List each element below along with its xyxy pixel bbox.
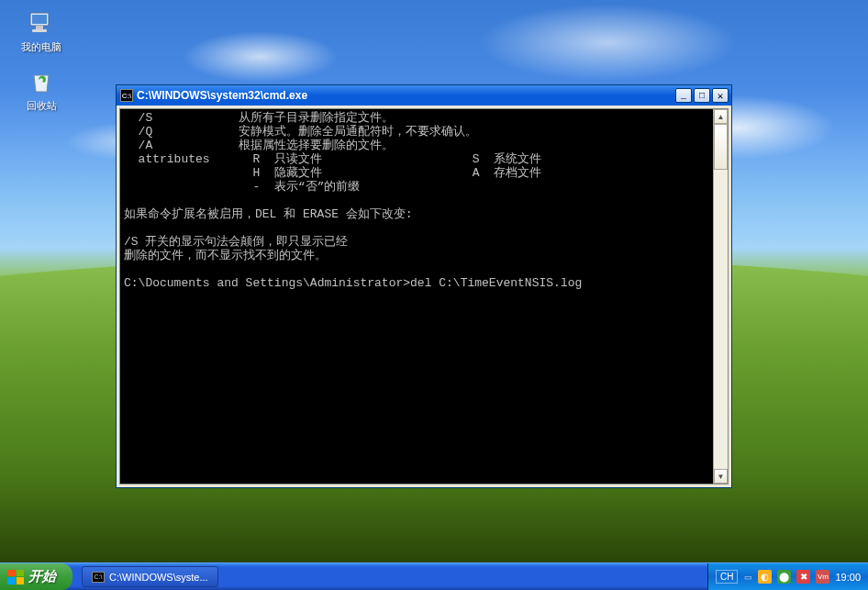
desktop-icon-recycle-bin[interactable]: 回收站 — [9, 66, 73, 113]
start-button[interactable]: 开始 — [0, 563, 72, 590]
clock[interactable]: 19:00 — [835, 572, 861, 583]
taskbar-item-label: C:\WINDOWS\syste... — [109, 572, 208, 583]
scroll-track[interactable] — [714, 124, 728, 469]
svg-rect-2 — [36, 26, 43, 29]
tray-icon[interactable]: ✖ — [796, 570, 810, 584]
window-title: C:\WINDOWS\system32\cmd.exe — [137, 89, 307, 102]
minimize-button[interactable]: _ — [675, 88, 692, 103]
cmd-icon: C:\ — [92, 572, 105, 583]
taskbar: 开始 C:\ C:\WINDOWS\syste... CH ▭ ◐ ⬤ ✖ Vm… — [0, 562, 868, 590]
ime-status-icon[interactable]: ▭ — [743, 570, 752, 584]
taskbar-item-cmd[interactable]: C:\ C:\WINDOWS\syste... — [82, 566, 218, 587]
cmd-output[interactable]: /S 从所有子目录删除指定文件。 /Q 安静模式。删除全局通配符时，不要求确认。… — [120, 109, 713, 484]
svg-rect-3 — [32, 29, 47, 32]
language-indicator[interactable]: CH — [716, 570, 738, 584]
close-button[interactable]: ✕ — [712, 88, 729, 103]
desktop-icon-my-computer[interactable]: 我的电脑 — [9, 7, 73, 54]
system-tray: CH ▭ ◐ ⬤ ✖ Vm 19:00 — [707, 563, 868, 590]
scroll-thumb[interactable] — [714, 124, 728, 170]
desktop-icon-label: 回收站 — [9, 99, 73, 113]
tray-icon[interactable]: ⬤ — [777, 570, 791, 584]
scroll-down-button[interactable]: ▼ — [714, 469, 728, 484]
computer-icon — [27, 7, 56, 37]
scroll-up-button[interactable]: ▲ — [714, 109, 728, 124]
windows-logo-icon — [7, 570, 24, 584]
titlebar[interactable]: C:\ C:\WINDOWS\system32\cmd.exe _ □ ✕ — [117, 85, 731, 106]
desktop-icon-label: 我的电脑 — [9, 40, 73, 54]
cmd-client-area: /S 从所有子目录删除指定文件。 /Q 安静模式。删除全局通配符时，不要求确认。… — [119, 108, 729, 484]
cmd-icon: C:\ — [120, 89, 133, 102]
recycle-bin-icon — [27, 66, 56, 95]
svg-rect-1 — [32, 15, 47, 24]
tray-icon[interactable]: ◐ — [758, 570, 772, 584]
cmd-window[interactable]: C:\ C:\WINDOWS\system32\cmd.exe _ □ ✕ /S… — [116, 84, 732, 488]
start-label: 开始 — [28, 568, 56, 585]
tray-icon[interactable]: Vm — [816, 570, 829, 584]
scrollbar[interactable]: ▲ ▼ — [713, 109, 728, 484]
maximize-button[interactable]: □ — [694, 88, 710, 103]
